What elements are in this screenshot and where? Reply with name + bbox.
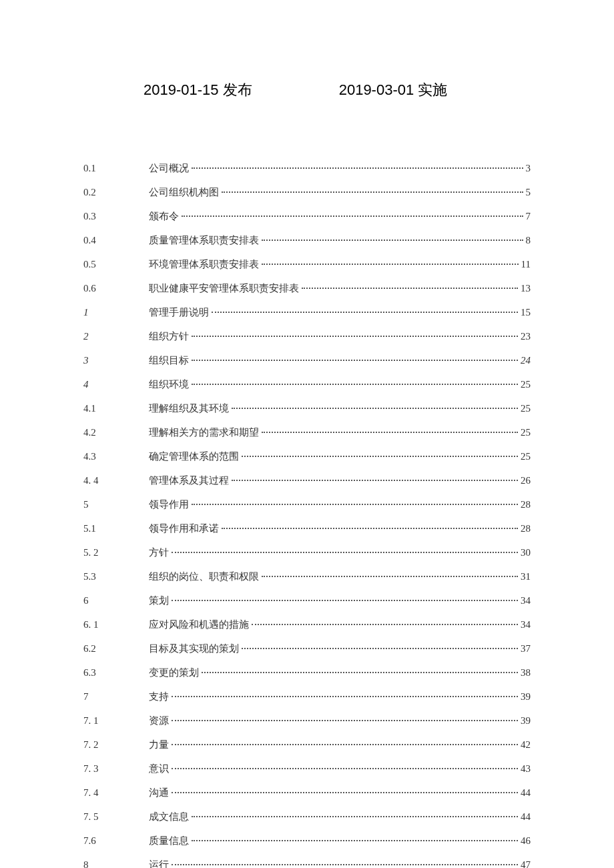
toc-dots bbox=[242, 456, 518, 457]
effective-date-value: 2019-03-01 bbox=[339, 81, 414, 98]
toc-row: 0.5环境管理体系职责安排表11 bbox=[83, 256, 531, 272]
toc-title: 组织方针 bbox=[149, 328, 189, 344]
toc-number: 7. 2 bbox=[83, 737, 149, 753]
toc-number: 4.1 bbox=[83, 400, 149, 416]
toc-page: 31 bbox=[521, 568, 531, 584]
toc-dots bbox=[192, 360, 518, 361]
toc-page: 38 bbox=[521, 665, 531, 681]
toc-number: 3 bbox=[83, 352, 149, 368]
toc-row: 6.3变更的策划38 bbox=[83, 665, 531, 681]
toc-row: 4.2理解相关方的需求和期望25 bbox=[83, 424, 531, 440]
toc-dots bbox=[302, 288, 518, 289]
toc-number: 6.2 bbox=[83, 640, 149, 657]
toc-dots bbox=[172, 696, 518, 697]
toc-page: 44 bbox=[521, 785, 531, 801]
publish-date-label: 发布 bbox=[223, 81, 252, 98]
toc-number: 0.1 bbox=[83, 160, 149, 176]
toc-dots bbox=[262, 432, 518, 433]
toc-title: 环境管理体系职责安排表 bbox=[149, 256, 259, 272]
toc-row: 0.2公司组织机构图5 bbox=[83, 184, 531, 200]
toc-page: 25 bbox=[521, 424, 531, 440]
toc-dots bbox=[172, 864, 518, 865]
toc-number: 7. 3 bbox=[83, 761, 149, 777]
toc-row: 7. 4沟通44 bbox=[83, 785, 531, 801]
toc-page: 28 bbox=[521, 496, 531, 512]
toc-number: 6. 1 bbox=[83, 616, 149, 632]
toc-number: 0.4 bbox=[83, 232, 149, 248]
toc-title: 支持 bbox=[149, 689, 169, 705]
toc-row: 0.6职业健康平安管理体系职责安排表13 bbox=[83, 280, 531, 296]
toc-row: 0.3颁布令7 bbox=[83, 208, 531, 224]
toc-title: 运行 bbox=[149, 857, 169, 868]
toc-dots bbox=[202, 672, 518, 673]
toc-row: 2组织方针23 bbox=[83, 328, 531, 344]
toc-page: 43 bbox=[521, 761, 531, 777]
toc-dots bbox=[232, 408, 518, 409]
toc-dots bbox=[192, 384, 518, 385]
toc-number: 7. 5 bbox=[83, 809, 149, 825]
toc-page: 25 bbox=[521, 400, 531, 416]
toc-page: 5 bbox=[526, 184, 531, 200]
toc-dots bbox=[192, 840, 518, 841]
effective-date: 2019-03-01 实施 bbox=[339, 80, 448, 100]
toc-number: 7.6 bbox=[83, 833, 149, 849]
toc-title: 策划 bbox=[149, 592, 169, 608]
toc-dots bbox=[232, 480, 518, 481]
toc-dots bbox=[192, 336, 518, 337]
toc-number: 8 bbox=[83, 857, 149, 868]
toc-dots bbox=[172, 744, 518, 745]
toc-dots bbox=[172, 720, 518, 721]
toc-page: 15 bbox=[521, 304, 531, 320]
toc-title: 力量 bbox=[149, 737, 169, 753]
toc-page: 30 bbox=[521, 544, 531, 560]
header-dates: 2019-01-15 发布 2019-03-01 实施 bbox=[83, 80, 531, 100]
toc-title: 质量信息 bbox=[149, 833, 189, 849]
toc-page: 46 bbox=[521, 833, 531, 849]
toc-row: 4组织环境25 bbox=[83, 376, 531, 392]
toc-row: 8运行47 bbox=[83, 857, 531, 868]
toc-title: 目标及其实现的策划 bbox=[149, 640, 239, 657]
toc-dots bbox=[172, 768, 518, 769]
toc-number: 1 bbox=[83, 304, 149, 320]
toc-number: 6.3 bbox=[83, 665, 149, 681]
toc-number: 5 bbox=[83, 496, 149, 512]
toc-page: 28 bbox=[521, 520, 531, 536]
toc-number: 0.2 bbox=[83, 184, 149, 200]
toc-title: 公司组织机构图 bbox=[149, 184, 219, 200]
toc-number: 0.3 bbox=[83, 208, 149, 224]
toc-dots bbox=[222, 528, 518, 529]
toc-row: 5领导作用28 bbox=[83, 496, 531, 512]
table-of-contents: 0.1公司概况30.2公司组织机构图50.3颁布令70.4质量管理体系职责安排表… bbox=[83, 160, 531, 868]
toc-row: 4. 4管理体系及其过程26 bbox=[83, 472, 531, 488]
toc-dots bbox=[222, 191, 523, 193]
toc-title: 组织的岗位、职责和权限 bbox=[149, 568, 259, 584]
toc-page: 13 bbox=[521, 280, 531, 296]
toc-title: 理解相关方的需求和期望 bbox=[149, 424, 259, 440]
toc-number: 4.2 bbox=[83, 424, 149, 440]
toc-title: 意识 bbox=[149, 761, 169, 777]
toc-title: 质量管理体系职责安排表 bbox=[149, 232, 259, 248]
toc-dots bbox=[172, 552, 518, 553]
toc-page: 42 bbox=[521, 737, 531, 753]
toc-row: 4.1理解组织及其环境25 bbox=[83, 400, 531, 416]
toc-title: 领导作用和承诺 bbox=[149, 520, 219, 536]
toc-row: 6. 1应对风险和机遇的措施34 bbox=[83, 616, 531, 632]
toc-row: 3组织目标24 bbox=[83, 352, 531, 368]
toc-title: 理解组织及其环境 bbox=[149, 400, 229, 416]
toc-dots bbox=[172, 600, 518, 601]
toc-page: 47 bbox=[521, 857, 531, 868]
toc-number: 5.1 bbox=[83, 520, 149, 536]
toc-row: 5.1领导作用和承诺28 bbox=[83, 520, 531, 536]
toc-title: 管理体系及其过程 bbox=[149, 472, 229, 488]
toc-title: 资源 bbox=[149, 713, 169, 729]
toc-number: 0.5 bbox=[83, 256, 149, 272]
effective-date-label: 实施 bbox=[418, 81, 447, 98]
toc-page: 25 bbox=[521, 448, 531, 464]
toc-page: 26 bbox=[521, 472, 531, 488]
toc-title: 沟通 bbox=[149, 785, 169, 801]
toc-number: 7 bbox=[83, 689, 149, 705]
toc-dots bbox=[252, 624, 518, 625]
toc-row: 7. 2力量42 bbox=[83, 737, 531, 753]
toc-page: 8 bbox=[526, 232, 531, 248]
toc-row: 6策划34 bbox=[83, 592, 531, 608]
